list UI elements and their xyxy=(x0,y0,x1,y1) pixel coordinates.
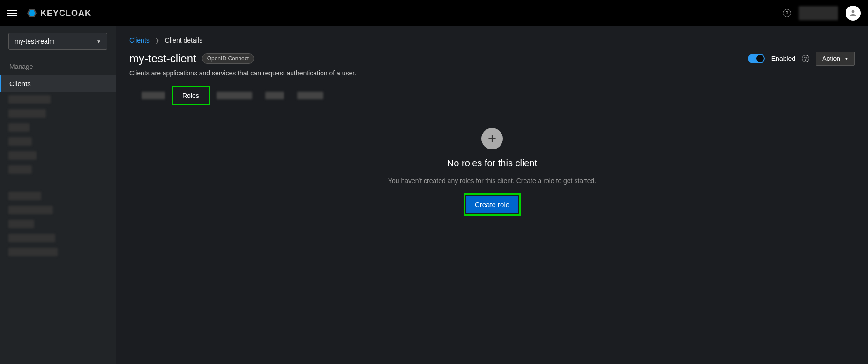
protocol-badge: OpenID Connect xyxy=(202,53,254,64)
sidebar-item-redacted[interactable] xyxy=(8,95,51,104)
empty-state: No roles for this client You haven't cre… xyxy=(129,128,855,216)
action-dropdown[interactable]: Action ▼ xyxy=(816,52,855,66)
header-left: KEYCLOAK xyxy=(7,7,91,19)
sidebar-item-redacted[interactable] xyxy=(8,109,46,118)
sidebar-item-clients[interactable]: Clients xyxy=(0,75,116,92)
tab-roles[interactable]: Roles xyxy=(172,86,210,105)
app-body: my-test-realm ▼ Manage Clients Clients ❯… xyxy=(0,26,868,364)
page-title: my-test-client xyxy=(129,52,196,65)
tab-redacted[interactable] xyxy=(265,92,284,99)
user-avatar[interactable] xyxy=(846,6,861,21)
sidebar-item-redacted[interactable] xyxy=(8,234,55,242)
enabled-toggle[interactable] xyxy=(748,54,765,63)
realm-selector-value: my-test-realm xyxy=(15,37,55,45)
sidebar-item-redacted[interactable] xyxy=(8,165,32,174)
app-header: KEYCLOAK ? xyxy=(0,0,868,26)
title-right: Enabled ? Action ▼ xyxy=(748,52,855,66)
tab-redacted[interactable] xyxy=(142,92,165,99)
page-subtitle: Clients are applications and services th… xyxy=(129,69,855,77)
realm-selector[interactable]: my-test-realm ▼ xyxy=(8,33,107,50)
help-icon[interactable]: ? xyxy=(783,9,791,17)
title-left: my-test-client OpenID Connect xyxy=(129,52,254,65)
sidebar-item-redacted[interactable] xyxy=(8,248,58,256)
tab-redacted[interactable] xyxy=(297,92,323,99)
sidebar-item-redacted[interactable] xyxy=(8,137,32,146)
keycloak-logo-icon xyxy=(26,7,37,19)
plus-circle-icon xyxy=(481,128,503,149)
brand[interactable]: KEYCLOAK xyxy=(26,7,91,19)
sidebar-item-redacted[interactable] xyxy=(8,123,30,132)
header-redacted xyxy=(799,6,838,20)
title-row: my-test-client OpenID Connect Enabled ? … xyxy=(129,52,855,66)
header-right: ? xyxy=(783,6,861,21)
caret-down-icon: ▼ xyxy=(844,56,849,61)
main-content: Clients ❯ Client details my-test-client … xyxy=(116,26,868,364)
empty-title: No roles for this client xyxy=(447,158,537,169)
sidebar-item-redacted[interactable] xyxy=(8,151,37,160)
enabled-label: Enabled xyxy=(771,55,795,62)
tabs: Roles xyxy=(129,87,855,104)
plus-icon xyxy=(486,133,498,145)
user-icon xyxy=(848,8,858,18)
action-label: Action xyxy=(822,55,840,62)
menu-toggle-icon[interactable] xyxy=(7,10,17,16)
brand-text: KEYCLOAK xyxy=(40,8,91,18)
enabled-help-icon[interactable]: ? xyxy=(802,55,809,62)
sidebar-item-label: Clients xyxy=(9,80,31,88)
create-role-button[interactable]: Create role xyxy=(466,196,518,213)
caret-down-icon: ▼ xyxy=(97,39,101,44)
svg-point-2 xyxy=(852,10,855,13)
chevron-right-icon: ❯ xyxy=(155,37,159,44)
breadcrumb-current: Client details xyxy=(165,37,202,44)
empty-description: You haven't created any roles for this c… xyxy=(388,177,596,185)
tab-redacted[interactable] xyxy=(217,92,252,99)
breadcrumb: Clients ❯ Client details xyxy=(129,37,855,44)
create-role-highlight: Create role xyxy=(464,193,521,216)
breadcrumb-clients-link[interactable]: Clients xyxy=(129,37,150,44)
sidebar-item-redacted[interactable] xyxy=(8,192,41,200)
sidebar-item-redacted[interactable] xyxy=(8,220,34,228)
sidebar-item-redacted[interactable] xyxy=(8,206,53,214)
nav-section-manage: Manage xyxy=(0,54,116,75)
sidebar: my-test-realm ▼ Manage Clients xyxy=(0,26,116,364)
tab-label: Roles xyxy=(182,92,199,99)
